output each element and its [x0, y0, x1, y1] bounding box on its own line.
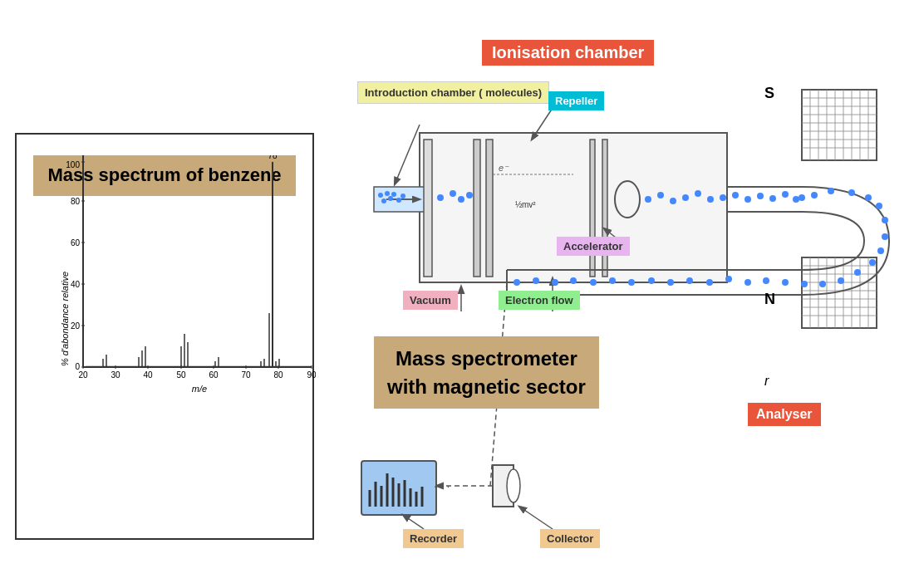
svg-text:30: 30 — [111, 370, 120, 380]
spectrum-chart: 0 20 40 60 80 100 20 — [58, 155, 316, 396]
svg-point-148 — [570, 277, 577, 284]
svg-text:90: 90 — [307, 370, 316, 380]
svg-text:mv²: mv² — [522, 200, 536, 209]
svg-point-136 — [801, 281, 808, 287]
svg-point-143 — [667, 279, 674, 286]
svg-point-149 — [552, 279, 558, 286]
svg-rect-60 — [486, 140, 493, 277]
svg-point-142 — [686, 277, 693, 284]
svg-point-129 — [882, 217, 888, 223]
svg-point-79 — [670, 198, 676, 204]
svg-point-147 — [590, 279, 597, 286]
svg-point-75 — [466, 192, 473, 198]
svg-point-128 — [876, 203, 882, 209]
svg-point-135 — [819, 281, 826, 287]
svg-point-150 — [533, 277, 539, 284]
svg-point-57 — [396, 198, 401, 203]
svg-point-73 — [450, 190, 456, 197]
svg-point-127 — [865, 194, 872, 201]
svg-point-124 — [811, 192, 818, 198]
radius-r-label: r — [764, 374, 769, 389]
svg-point-72 — [437, 194, 444, 201]
svg-point-85 — [744, 196, 751, 203]
svg-point-74 — [458, 196, 464, 203]
collector-label: Collector — [540, 529, 600, 548]
svg-rect-90 — [802, 90, 877, 160]
svg-point-58 — [400, 194, 405, 198]
magnet-n-label: N — [764, 291, 775, 308]
svg-point-131 — [877, 247, 884, 254]
svg-point-133 — [854, 269, 861, 276]
svg-text:50: 50 — [176, 370, 186, 380]
mass-spectrometer-panel: e⁻ ½ mv² — [341, 17, 906, 581]
svg-rect-106 — [802, 257, 877, 328]
svg-point-82 — [707, 196, 714, 203]
repeller-label: Repeller — [548, 91, 604, 110]
svg-point-78 — [657, 192, 664, 198]
svg-point-77 — [645, 196, 651, 203]
accelerator-label: Accelerator — [557, 237, 630, 256]
svg-point-126 — [848, 189, 855, 196]
svg-point-54 — [388, 196, 393, 201]
svg-point-87 — [769, 195, 776, 202]
svg-point-151 — [514, 279, 520, 286]
svg-point-86 — [757, 193, 764, 199]
electron-flow-label: Electron flow — [499, 291, 580, 310]
svg-point-88 — [782, 191, 789, 198]
svg-text:60: 60 — [71, 238, 81, 247]
svg-point-56 — [391, 192, 396, 197]
svg-point-130 — [882, 233, 888, 240]
svg-text:70: 70 — [241, 370, 251, 380]
svg-text:20: 20 — [78, 370, 88, 380]
magnet-s-label: S — [764, 85, 774, 102]
svg-point-53 — [385, 191, 390, 196]
main-title-label: Mass spectrometerwith magnetic sector — [374, 336, 599, 409]
svg-text:60: 60 — [209, 370, 219, 380]
svg-rect-64 — [590, 140, 595, 277]
svg-point-138 — [763, 277, 769, 284]
svg-point-155 — [507, 469, 520, 502]
svg-point-125 — [828, 188, 834, 194]
svg-point-144 — [648, 277, 655, 284]
svg-text:· · ·: · · · — [434, 479, 450, 492]
vacuum-label: Vacuum — [403, 291, 458, 310]
ionisation-chamber-label: Ionisation chamber — [482, 40, 654, 66]
main-title-text: Mass spectrometerwith magnetic sector — [387, 347, 586, 398]
svg-rect-49 — [420, 133, 727, 282]
svg-text:78: 78 — [268, 155, 278, 160]
svg-rect-63 — [424, 140, 432, 277]
svg-point-89 — [793, 196, 799, 203]
svg-point-141 — [706, 279, 713, 286]
svg-line-169 — [403, 515, 424, 529]
svg-text:100: 100 — [66, 160, 80, 169]
svg-text:20: 20 — [71, 321, 81, 331]
svg-point-145 — [628, 279, 635, 286]
svg-point-132 — [869, 259, 876, 266]
svg-rect-59 — [474, 140, 480, 277]
svg-point-137 — [782, 279, 789, 286]
svg-point-52 — [378, 193, 383, 198]
svg-text:80: 80 — [273, 370, 283, 380]
svg-point-134 — [838, 277, 844, 284]
svg-text:m/e: m/e — [192, 384, 207, 394]
svg-point-140 — [725, 276, 732, 282]
svg-point-80 — [682, 194, 689, 201]
svg-point-55 — [381, 198, 386, 203]
intro-chamber-text: Introduction chamber ( molecules) — [365, 86, 542, 99]
svg-text:e⁻: e⁻ — [499, 163, 509, 173]
svg-text:80: 80 — [71, 197, 81, 206]
svg-rect-65 — [602, 140, 607, 277]
analyser-label: Analyser — [748, 403, 821, 426]
svg-text:40: 40 — [71, 280, 81, 289]
intro-chamber-label: Introduction chamber ( molecules) — [357, 81, 549, 104]
mass-spectrum-panel: % d'abondance relative 0 20 40 60 80 100 — [15, 133, 314, 540]
svg-line-171 — [395, 125, 420, 184]
recorder-label: Recorder — [403, 529, 464, 548]
svg-point-123 — [799, 194, 805, 201]
svg-point-146 — [609, 277, 616, 284]
svg-point-81 — [695, 190, 701, 197]
svg-point-83 — [720, 194, 726, 201]
svg-text:40: 40 — [143, 370, 153, 380]
svg-point-139 — [744, 279, 751, 286]
svg-point-84 — [732, 192, 739, 198]
